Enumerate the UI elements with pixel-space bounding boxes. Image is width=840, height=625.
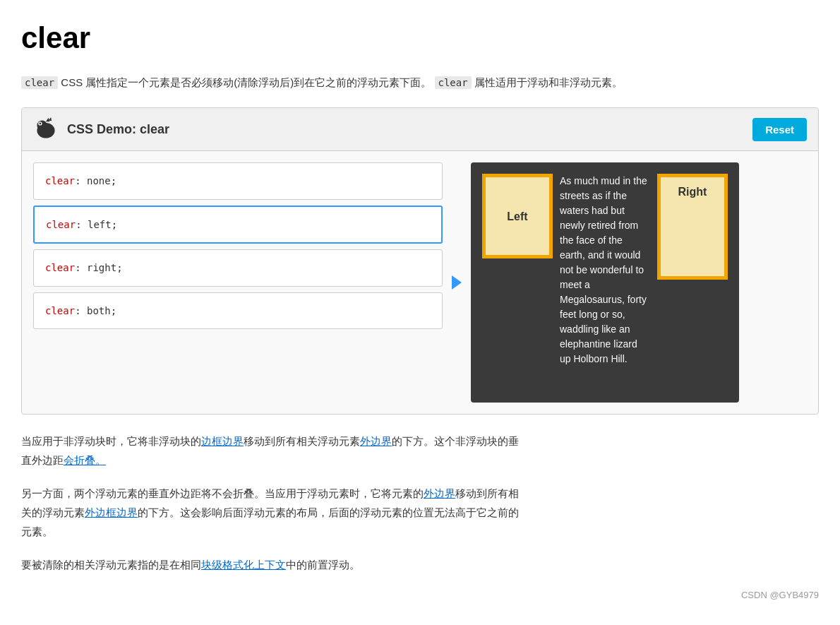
arrow-area xyxy=(443,162,471,403)
preview-area: Left Right As much mud in the streets as… xyxy=(471,162,739,403)
svg-point-3 xyxy=(40,123,42,125)
demo-header: CSS Demo: clear Reset xyxy=(22,108,818,151)
svg-point-1 xyxy=(37,121,47,131)
code-colon-none: : none; xyxy=(75,175,116,186)
body2-link1[interactable]: 外边界 xyxy=(424,487,455,499)
intro-text-1: CSS 属性指定一个元素是否必须移动(清除浮动后)到在它之前的浮动元素下面。 xyxy=(61,76,431,88)
watermark: CSDN @GYB4979 xyxy=(21,588,819,603)
code-panel-left[interactable]: clear: left; xyxy=(33,206,443,244)
left-label: Left xyxy=(507,208,527,226)
body2-text2: 移动到所有相 xyxy=(455,487,519,499)
code-prop-left: clear xyxy=(46,219,76,230)
body3-text2: 中的前置浮动。 xyxy=(286,559,360,571)
code-panel-both[interactable]: clear: both; xyxy=(33,292,443,329)
body2-text1: 另一方面，两个浮动元素的垂直外边距将不会折叠。当应用于浮动元素时，它将元素的 xyxy=(21,487,424,499)
demo-container: CSS Demo: clear Reset clear: none; clear… xyxy=(21,107,819,415)
body2-text4: 的下方。这会影响后面浮动元素的布局，后面的浮动元素的位置无法高于它之前的 xyxy=(138,506,519,518)
body2-text3: 关的浮动元素 xyxy=(21,506,85,518)
code-colon-both: : both; xyxy=(75,305,116,316)
code-prop-right: clear xyxy=(45,262,75,273)
body1-link3[interactable]: 会折叠。 xyxy=(64,454,106,466)
inline-code-clear2: clear xyxy=(435,76,472,89)
inline-code-clear1: clear xyxy=(21,76,58,89)
body3-text1: 要被清除的相关浮动元素指的是在相同 xyxy=(21,559,201,571)
reset-button[interactable]: Reset xyxy=(752,118,807,141)
body-section-1: 当应用于非浮动块时，它将非浮动块的边框边界移动到所有相关浮动元素外边界的下方。这… xyxy=(21,431,819,470)
svg-marker-5 xyxy=(49,117,52,121)
demo-title: CSS Demo: clear xyxy=(67,119,169,140)
code-panel-none[interactable]: clear: none; xyxy=(33,162,443,199)
body1-link2[interactable]: 外边界 xyxy=(360,435,392,447)
right-label: Right xyxy=(678,183,707,201)
float-left-box: Left xyxy=(482,174,553,258)
body1-text3: 的下方。这个非浮动块的垂 xyxy=(392,435,519,447)
float-right-box: Right xyxy=(657,174,728,280)
demo-body: clear: none; clear: left; clear: right; … xyxy=(22,151,818,414)
code-prop-none: clear xyxy=(45,175,75,186)
body2-text5: 元素。 xyxy=(21,525,53,537)
body3-link[interactable]: 块级格式化上下文 xyxy=(201,559,286,571)
demo-icon xyxy=(33,117,59,142)
code-colon-right: : right; xyxy=(75,262,122,273)
code-prop-both: clear xyxy=(45,305,75,316)
arrow-right-icon xyxy=(452,275,462,290)
body1-link1[interactable]: 边框边界 xyxy=(201,435,244,447)
code-colon-left: : left; xyxy=(76,219,117,230)
preview-text: As much mud in the streets as if the wat… xyxy=(560,174,650,367)
body1-text2: 移动到所有相关浮动元素 xyxy=(244,435,360,447)
body2-link2[interactable]: 外边框边界 xyxy=(85,506,138,518)
intro-text-2: 属性适用于浮动和非浮动元素。 xyxy=(474,76,623,88)
demo-header-left: CSS Demo: clear xyxy=(33,117,169,142)
body1-text4: 直外边距 xyxy=(21,454,64,466)
body1-text1: 当应用于非浮动块时，它将非浮动块的 xyxy=(21,435,201,447)
body-section-3: 要被清除的相关浮动元素指的是在相同块级格式化上下文中的前置浮动。 xyxy=(21,555,819,574)
intro-paragraph: clear CSS 属性指定一个元素是否必须移动(清除浮动后)到在它之前的浮动元… xyxy=(21,73,819,92)
code-panels: clear: none; clear: left; clear: right; … xyxy=(33,162,443,403)
body-section-2: 另一方面，两个浮动元素的垂直外边距将不会折叠。当应用于浮动元素时，它将元素的外边… xyxy=(21,484,819,541)
code-panel-right[interactable]: clear: right; xyxy=(33,249,443,286)
page-title: clear xyxy=(21,14,819,61)
